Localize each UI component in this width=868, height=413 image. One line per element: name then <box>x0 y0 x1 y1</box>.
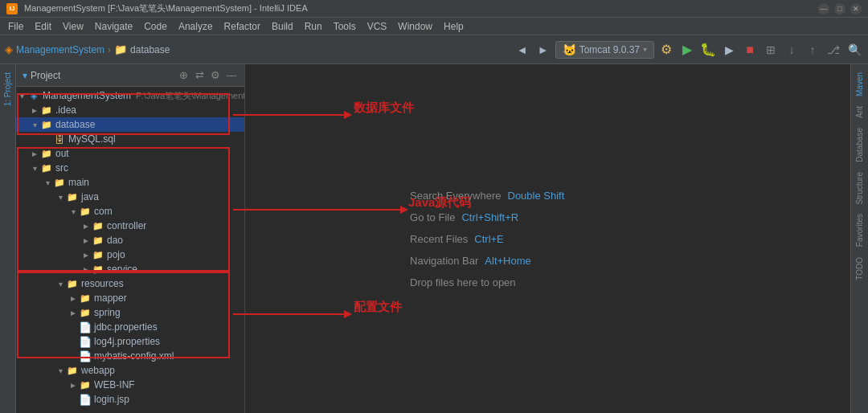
welcome-line-3: Recent Files Ctrl+E <box>410 233 564 245</box>
tree-item-login-jsp[interactable]: 📄 login.jsp <box>16 392 244 407</box>
annotation-config-text: 配置文件 <box>354 300 402 315</box>
tomcat-label: Tomcat 9.0.37 <box>579 44 640 55</box>
drop-files-label: Drop files here to open <box>410 276 516 288</box>
menu-edit[interactable]: Edit <box>30 19 56 34</box>
panel-close-button[interactable]: — <box>225 69 238 82</box>
right-sidebar: Maven Ant Database Structure Favorites T… <box>850 64 868 413</box>
minimize-button[interactable]: — <box>818 3 829 14</box>
tomcat-selector[interactable]: 🐱 Tomcat 9.0.37 ▾ <box>555 41 654 59</box>
recent-files-label: Recent Files <box>410 233 468 245</box>
project-tree: ▾ ◈ ManagementSystem F:\Java笔笔头\Manageme… <box>16 87 244 413</box>
debug-button[interactable]: 🐛 <box>699 41 717 59</box>
database-panel-tab[interactable]: Database <box>854 123 866 167</box>
recent-files-shortcut: Ctrl+E <box>474 233 503 245</box>
favorites-panel-tab[interactable]: Favorites <box>854 209 866 251</box>
tree-item-jdbc-properties[interactable]: 📄 jdbc.properties <box>16 320 244 334</box>
tree-item-com[interactable]: ▾ 📁 com <box>16 204 244 219</box>
tree-item-service[interactable]: ► 📁 service <box>16 262 244 276</box>
tree-item-pojo[interactable]: ► 📁 pojo <box>16 247 244 262</box>
annotation-java-text: Java源代码 <box>408 195 471 211</box>
tree-item-src[interactable]: ▾ 📁 src <box>16 161 244 175</box>
title-bar: IJ ManagementSystem [F:\Java笔笔头\Manageme… <box>0 0 868 18</box>
editor-area: Search Everywhere Double Shift Go to Fil… <box>245 64 850 413</box>
menu-bar: File Edit View Navigate Code Analyze Ref… <box>0 18 868 35</box>
panel-header: ▾ Project ⊕ ⇄ ⚙ — <box>16 64 244 87</box>
tree-item-mapper[interactable]: ► 📁 mapper <box>16 291 244 305</box>
navigate-forward-button[interactable]: ► <box>534 41 552 59</box>
vcs-button[interactable]: ⎇ <box>825 41 842 59</box>
tree-item-resources[interactable]: ▾ 📁 resources <box>16 276 244 291</box>
project-icon: ◈ <box>5 43 13 55</box>
tree-item-out[interactable]: ► 📁 out <box>16 146 244 161</box>
menu-build[interactable]: Build <box>267 19 298 34</box>
left-sidebar: 1: Project <box>0 64 16 413</box>
tree-item-java[interactable]: ▾ 📁 java <box>16 190 244 204</box>
panel-settings-button[interactable]: ⇄ <box>193 69 206 82</box>
project-tab[interactable]: 1: Project <box>2 69 14 109</box>
menu-window[interactable]: Window <box>393 19 437 34</box>
tree-item-dao[interactable]: ► 📁 dao <box>16 233 244 247</box>
menu-help[interactable]: Help <box>439 19 469 34</box>
git-update-button[interactable]: ↓ <box>783 41 800 59</box>
menu-navigate[interactable]: Navigate <box>90 19 137 34</box>
toolbar: ◈ ManagementSystem › 📁 database ◄ ► 🐱 To… <box>0 35 868 64</box>
tree-item-webapp[interactable]: ▾ 📁 webapp <box>16 363 244 378</box>
title-text: ManagementSystem [F:\Java笔笔头\ManagementS… <box>24 2 308 14</box>
menu-analyze[interactable]: Analyze <box>174 19 218 34</box>
annotation-db-text: 数据库文件 <box>354 100 414 116</box>
tree-item-root[interactable]: ▾ ◈ ManagementSystem F:\Java笔笔头\Manageme… <box>16 88 244 103</box>
navigation-bar-label: Navigation Bar <box>410 255 478 267</box>
menu-vcs[interactable]: VCS <box>362 19 392 34</box>
run-button[interactable]: ▶ <box>678 41 696 59</box>
breadcrumb: ◈ ManagementSystem › 📁 database <box>5 43 170 55</box>
maximize-button[interactable]: □ <box>834 3 845 14</box>
welcome-line-2: Go to File Ctrl+Shift+R <box>410 211 564 223</box>
goto-file-label: Go to File <box>410 211 455 223</box>
ant-panel-tab[interactable]: Ant <box>854 101 866 123</box>
menu-tools[interactable]: Tools <box>329 19 361 34</box>
close-button[interactable]: ✕ <box>850 3 862 14</box>
project-panel: ▾ Project ⊕ ⇄ ⚙ — ▾ ◈ ManagementSystem F… <box>16 64 245 413</box>
menu-file[interactable]: File <box>3 19 28 34</box>
tree-item-spring[interactable]: ► 📁 spring <box>16 305 244 320</box>
menu-run[interactable]: Run <box>300 19 327 34</box>
panel-options-button[interactable]: ⚙ <box>209 69 222 82</box>
tree-item-web-inf[interactable]: ► 📁 WEB-INF <box>16 378 244 392</box>
sdk-button[interactable]: ⊞ <box>762 41 780 59</box>
app-icon: IJ <box>6 3 18 14</box>
menu-code[interactable]: Code <box>139 19 172 34</box>
menu-refactor[interactable]: Refactor <box>219 19 265 34</box>
tree-item-main[interactable]: ▾ 📁 main <box>16 175 244 190</box>
tomcat-dropdown-icon: ▾ <box>643 45 647 54</box>
tree-item-mybatis-config[interactable]: 📄 mybatis-config.xml <box>16 349 244 363</box>
goto-file-shortcut: Ctrl+Shift+R <box>461 211 518 223</box>
maven-panel-tab[interactable]: Maven <box>854 67 866 101</box>
tree-item-controller[interactable]: ► 📁 controller <box>16 219 244 233</box>
structure-panel-tab[interactable]: Structure <box>854 167 866 210</box>
tree-item-mysql-sql[interactable]: 🗄 MySQL.sql <box>16 132 244 146</box>
build-button[interactable]: ⚙ <box>657 41 675 59</box>
todo-panel-tab[interactable]: TODO <box>854 252 866 285</box>
tree-item-log4j-properties[interactable]: 📄 log4j.properties <box>16 334 244 349</box>
breadcrumb-current[interactable]: database <box>130 44 170 55</box>
panel-gear-button[interactable]: ⊕ <box>177 69 190 82</box>
run-coverage-button[interactable]: ▶ <box>720 41 738 59</box>
tree-item-database[interactable]: ▾ 📁 database <box>16 117 244 132</box>
search-everywhere-button[interactable]: 🔍 <box>845 41 863 59</box>
menu-view[interactable]: View <box>58 19 88 34</box>
tree-item-idea[interactable]: ► 📁 .idea <box>16 103 244 117</box>
navigation-bar-shortcut: Alt+Home <box>485 255 530 267</box>
stop-button[interactable]: ■ <box>741 41 759 59</box>
breadcrumb-root[interactable]: ManagementSystem <box>16 44 104 55</box>
panel-dropdown-icon: ▾ <box>23 70 27 81</box>
git-push-button[interactable]: ↑ <box>804 41 821 59</box>
panel-title: Project <box>31 70 174 81</box>
search-everywhere-shortcut: Double Shift <box>508 190 565 202</box>
navigate-back-button[interactable]: ◄ <box>514 41 531 59</box>
welcome-line-4: Navigation Bar Alt+Home <box>410 255 564 267</box>
tomcat-icon: 🐱 <box>563 43 576 56</box>
welcome-line-5: Drop files here to open <box>410 276 564 288</box>
folder-icon: 📁 <box>114 43 127 55</box>
